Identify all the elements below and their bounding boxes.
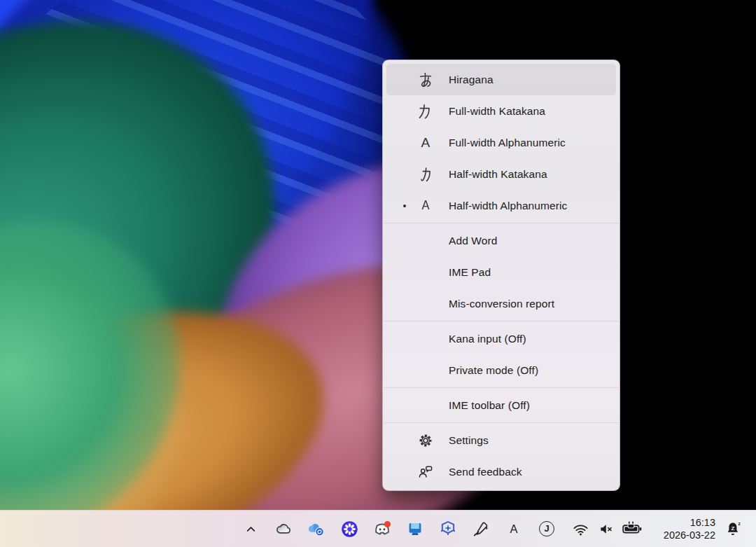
send-feedback-icon (414, 464, 438, 480)
status-icons (570, 518, 642, 539)
speaker-mute-icon (598, 520, 615, 538)
menu-separator (384, 422, 619, 423)
menu-item-label: Send feedback (449, 466, 522, 478)
show-hidden-icons-button[interactable] (241, 518, 260, 539)
menu-item-settings[interactable]: Settings (386, 424, 616, 456)
discord-button[interactable] (373, 518, 391, 539)
discord-icon (372, 519, 392, 539)
menu-item-label: Settings (449, 434, 489, 447)
cube-sparkle-app-button[interactable] (439, 518, 457, 539)
menu-item-full-width-katakana[interactable]: Full-width Katakana (386, 95, 616, 127)
menu-item-send-feedback[interactable]: Send feedback (386, 456, 616, 487)
j-circle-icon: J (539, 521, 554, 536)
wifi-icon (572, 520, 589, 538)
battery-charging-icon (622, 520, 643, 538)
menu-separator (384, 223, 619, 223)
menu-item-ime-pad[interactable]: IME Pad (386, 256, 616, 288)
menu-item-kana-input-off[interactable]: Kana input (Off) (386, 323, 616, 354)
menu-item-label: Kana input (Off) (449, 333, 526, 345)
menu-item-label: Hiragana (449, 74, 493, 86)
monitor-app-button[interactable] (406, 518, 424, 539)
clock-time: 16:13 (652, 516, 715, 529)
menu-item-half-width-katakana[interactable]: Half-width Katakana (386, 158, 616, 190)
system-tray: AJ (241, 518, 556, 539)
clock-date: 2026-03-22 (652, 529, 715, 541)
mode-letter-glyph: A (421, 198, 429, 213)
battery-charging-button[interactable] (622, 518, 642, 539)
notification-bell-button[interactable]: Zz (722, 520, 745, 538)
menu-item-hiragana[interactable]: Hiragana (386, 64, 616, 95)
bell-dnd-icon: Zz (724, 520, 743, 538)
flower-app-icon (340, 520, 359, 539)
halfwidth-katakana-icon (414, 165, 438, 184)
menu-separator (384, 387, 619, 388)
svg-text:z: z (738, 521, 741, 526)
menu-item-mis-conversion-report[interactable]: Mis-conversion report (386, 288, 616, 319)
menu-item-label: Full-width Alphanumeric (449, 137, 566, 149)
fullwidth-letter-icon: A (414, 135, 438, 151)
settings-gear-icon (414, 432, 438, 449)
selected-mode-bullet: • (396, 200, 414, 212)
onedrive-status-button[interactable] (274, 518, 293, 539)
menu-item-label: Half-width Alphanumeric (449, 200, 567, 212)
desktop-screen: HiraganaFull-width KatakanaAFull-width A… (0, 0, 756, 547)
menu-item-private-mode-off[interactable]: Private mode (Off) (386, 354, 616, 386)
hiragana-icon (414, 71, 438, 89)
menu-item-label: Private mode (Off) (449, 364, 538, 377)
pen-icon (472, 520, 490, 538)
svg-text:Z: Z (731, 525, 734, 532)
cube-sparkle-icon (438, 519, 458, 539)
mode-letter-glyph: A (421, 135, 430, 151)
cloud-sync-icon (307, 520, 326, 539)
menu-item-label: IME Pad (449, 266, 491, 279)
letter-icon: A (510, 522, 517, 536)
windows-ink-pen-button[interactable] (472, 518, 490, 539)
halfwidth-letter-icon: A (414, 198, 438, 213)
menu-item-label: Mis-conversion report (449, 298, 554, 310)
wifi-button[interactable] (570, 518, 590, 539)
chevron-up-icon (243, 521, 259, 537)
fullwidth-katakana-icon (414, 102, 438, 120)
menu-item-label: IME toolbar (Off) (449, 399, 530, 412)
taskbar-clock[interactable]: 16:13 2026-03-22 (652, 516, 715, 541)
menu-item-ime-toolbar-off[interactable]: IME toolbar (Off) (386, 389, 616, 421)
menu-item-label: Half-width Katakana (449, 168, 547, 181)
ime-context-menu: HiraganaFull-width KatakanaAFull-width A… (382, 60, 620, 491)
ime-input-mode-button[interactable]: A (505, 518, 523, 539)
menu-item-half-width-alphanumeric[interactable]: •AHalf-width Alphanumeric (386, 190, 616, 221)
volume-muted-button[interactable] (596, 518, 616, 539)
menu-item-label: Full-width Katakana (449, 105, 545, 118)
cloud-icon (274, 520, 293, 539)
flower-app-button[interactable] (340, 518, 358, 539)
menu-item-full-width-alphanumeric[interactable]: AFull-width Alphanumeric (386, 127, 616, 158)
ime-language-button[interactable]: J (538, 518, 556, 539)
desktop-wallpaper (0, 0, 756, 510)
menu-item-label: Add Word (449, 235, 497, 247)
cloud-sync-button[interactable] (307, 518, 326, 539)
menu-separator (384, 321, 619, 321)
menu-item-add-word[interactable]: Add Word (386, 225, 616, 256)
monitor-app-icon (406, 520, 424, 538)
taskbar: AJ 16:13 2026-03-22 Zz (0, 510, 756, 547)
